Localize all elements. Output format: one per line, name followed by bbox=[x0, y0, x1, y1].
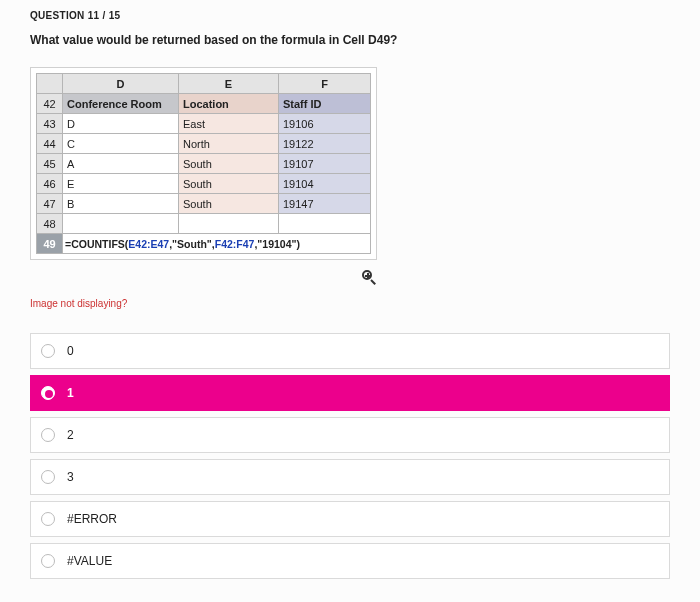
row-header: 43 bbox=[37, 114, 63, 134]
cell: East bbox=[179, 114, 279, 134]
answer-option[interactable]: 1 bbox=[30, 375, 670, 411]
cell: E bbox=[63, 174, 179, 194]
table-row: 44CNorth19122 bbox=[37, 134, 371, 154]
answer-label: 1 bbox=[67, 386, 74, 400]
cell bbox=[179, 214, 279, 234]
zoom-icon[interactable] bbox=[361, 269, 377, 285]
spreadsheet-table: D E F 42Conference RoomLocationStaff ID4… bbox=[36, 73, 371, 254]
col-header-f: F bbox=[279, 74, 371, 94]
row-header: 47 bbox=[37, 194, 63, 214]
cell bbox=[63, 214, 179, 234]
answer-label: 3 bbox=[67, 470, 74, 484]
cell: North bbox=[179, 134, 279, 154]
answer-option[interactable]: 0 bbox=[30, 333, 670, 369]
answer-label: 0 bbox=[67, 344, 74, 358]
cell: C bbox=[63, 134, 179, 154]
formula-cell: =COUNTIFS(E42:E47,"South",F42:F47,"19104… bbox=[63, 234, 371, 254]
radio-icon bbox=[41, 344, 55, 358]
answer-option[interactable]: 3 bbox=[30, 459, 670, 495]
table-row: 42Conference RoomLocationStaff ID bbox=[37, 94, 371, 114]
answer-option[interactable]: #VALUE bbox=[30, 543, 670, 579]
row-header: 46 bbox=[37, 174, 63, 194]
table-row: 43DEast19106 bbox=[37, 114, 371, 134]
cell: 19122 bbox=[279, 134, 371, 154]
spreadsheet-image: D E F 42Conference RoomLocationStaff ID4… bbox=[30, 67, 377, 260]
col-header-e: E bbox=[179, 74, 279, 94]
row-header: 49 bbox=[37, 234, 63, 254]
answer-option[interactable]: #ERROR bbox=[30, 501, 670, 537]
row-header: 44 bbox=[37, 134, 63, 154]
answer-label: #VALUE bbox=[67, 554, 112, 568]
question-number: QUESTION 11 / 15 bbox=[30, 10, 682, 21]
col-header-d: D bbox=[63, 74, 179, 94]
row-header: 45 bbox=[37, 154, 63, 174]
image-not-displaying-link[interactable]: Image not displaying? bbox=[30, 298, 682, 309]
cell: B bbox=[63, 194, 179, 214]
cell: Conference Room bbox=[63, 94, 179, 114]
answer-label: #ERROR bbox=[67, 512, 117, 526]
cell bbox=[279, 214, 371, 234]
cell: 19106 bbox=[279, 114, 371, 134]
column-header-row: D E F bbox=[37, 74, 371, 94]
answer-label: 2 bbox=[67, 428, 74, 442]
cell: South bbox=[179, 154, 279, 174]
row-header: 48 bbox=[37, 214, 63, 234]
cell: A bbox=[63, 154, 179, 174]
radio-icon bbox=[41, 512, 55, 526]
question-prompt: What value would be returned based on th… bbox=[30, 33, 682, 47]
cell: 19107 bbox=[279, 154, 371, 174]
cell: 19104 bbox=[279, 174, 371, 194]
formula-row: 49=COUNTIFS(E42:E47,"South",F42:F47,"191… bbox=[37, 234, 371, 254]
radio-icon bbox=[41, 554, 55, 568]
radio-icon bbox=[41, 428, 55, 442]
row-header: 42 bbox=[37, 94, 63, 114]
answer-options: 0123#ERROR#VALUE bbox=[30, 333, 670, 579]
cell: South bbox=[179, 194, 279, 214]
table-row: 47BSouth19147 bbox=[37, 194, 371, 214]
table-row: 46ESouth19104 bbox=[37, 174, 371, 194]
table-row: 45ASouth19107 bbox=[37, 154, 371, 174]
table-row: 48 bbox=[37, 214, 371, 234]
radio-icon bbox=[41, 386, 55, 400]
cell: D bbox=[63, 114, 179, 134]
answer-option[interactable]: 2 bbox=[30, 417, 670, 453]
cell: South bbox=[179, 174, 279, 194]
cell: 19147 bbox=[279, 194, 371, 214]
cell: Location bbox=[179, 94, 279, 114]
radio-icon bbox=[41, 470, 55, 484]
corner-cell bbox=[37, 74, 63, 94]
cell: Staff ID bbox=[279, 94, 371, 114]
